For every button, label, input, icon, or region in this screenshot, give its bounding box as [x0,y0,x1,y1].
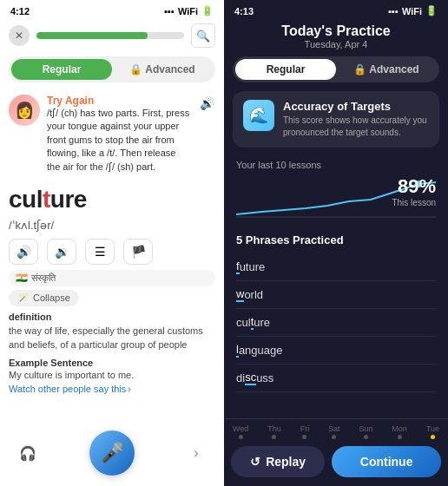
week-day-fri: Fri [300,424,310,439]
watch-link[interactable]: Watch other people say this › [9,384,215,394]
search-icon: 🔍 [196,30,210,43]
next-button[interactable]: › [182,439,210,467]
try-again-link[interactable]: Try Again [47,95,191,107]
score-percent: 89% [392,175,436,198]
try-again-text: /tʃ/ (ch) has two parts. First, press yo… [47,107,191,174]
microphone-button[interactable]: 🎤 [89,430,135,476]
bottom-controls: 🎧 🎤 › [0,424,224,486]
week-day-thu: Thu [267,424,281,439]
action-buttons: ↺ Replay Continue [231,446,441,477]
list-button[interactable]: ☰ [85,239,115,265]
word-highlight: t [43,186,50,213]
chevron-right-icon: › [194,445,198,461]
left-time: 4:12 [10,6,30,16]
week-dot-fri [302,435,306,439]
hint-icon: 🎧 [19,445,36,462]
language-tag: 🇮🇳 संस्कृति [9,270,215,286]
left-status-bar: 4:12 ▪▪▪ WiFi 🔋 [0,0,224,20]
week-day-tue: Tue [426,424,439,439]
right-wifi-icon: WiFi [402,6,422,16]
progress-bar-fill [36,32,148,39]
word-actions: 🔊 🔉 ☰ 🏴 [0,233,224,270]
example-label: Example Sentence [9,358,215,368]
right-header-title: Today's Practice [233,23,439,39]
try-again-content: Try Again /tʃ/ (ch) has two parts. First… [47,95,191,174]
right-time: 4:13 [234,6,254,16]
battery-icon: 🔋 [201,5,214,16]
week-dot-thu [272,435,276,439]
phrase-world: world [236,281,436,309]
hint-button[interactable]: 🎧 [14,439,42,467]
definition-section: definition the way of life, especially t… [0,312,224,394]
chart-area: 89% This lesson [236,175,436,223]
flag-icon: 🇮🇳 [16,273,28,284]
phrase-underline-w: w [236,287,244,302]
progress-bar-container [36,32,184,39]
phrase-culture: culture [236,309,436,337]
chevron-right-icon: › [128,384,131,394]
replay-icon: ↺ [250,455,260,469]
phrase-underline-sc: sc [245,371,256,385]
lock-icon: 🔒 [129,63,142,76]
phonetic: /ˈkʌl.tʃər/ [0,217,224,233]
score-display: 89% This lesson [392,175,436,207]
replay-button[interactable]: ↺ Replay [231,446,325,477]
left-top-bar: ✕ 🔍 [0,20,224,51]
phrase-discuss: discuss [236,364,436,392]
right-header-sub: Tuesday, Apr 4 [233,39,439,49]
week-day-mon: Mon [392,424,407,439]
accuracy-card: 🌊 Accuracy of Targets This score shows h… [233,91,439,148]
accuracy-desc: This score shows how accurately you pron… [283,115,429,139]
lessons-label: Your last 10 lessons [236,160,436,170]
week-day-sun: Sun [359,424,372,439]
example-text: My culture is important to me. [9,370,215,380]
right-status-icons: ▪▪▪ WiFi 🔋 [388,5,438,16]
score-label: This lesson [392,198,436,207]
right-tab-bar: Regular 🔒 Advanced [233,56,439,82]
left-tab-bar: Regular 🔒 Advanced [9,56,215,82]
right-header: Today's Practice Tuesday, Apr 4 [224,20,448,56]
continue-button[interactable]: Continue [332,446,441,477]
week-dot-tue [431,435,435,439]
week-day-sat: Sat [328,424,340,439]
right-tab-regular[interactable]: Regular [235,59,336,80]
mic-icon: 🎤 [101,442,124,464]
tab-regular[interactable]: Regular [11,59,112,80]
search-button[interactable]: 🔍 [191,23,215,48]
right-panel: 4:13 ▪▪▪ WiFi 🔋 Today's Practice Tuesday… [224,0,448,486]
week-bar: Wed Thu Fri Sat Sun Mon Tue [231,424,441,439]
left-status-icons: ▪▪▪ WiFi 🔋 [164,5,214,16]
word-title: culture [9,186,215,213]
week-day-wed: Wed [233,424,248,439]
right-signal-icon: ▪▪▪ [388,6,399,16]
close-button[interactable]: ✕ [9,25,30,46]
lessons-section: Your last 10 lessons 89% This lesson [224,156,448,228]
right-lock-icon: 🔒 [353,63,366,76]
week-dot-sun [364,435,368,439]
phrase-language: language [236,337,436,364]
left-panel: 4:12 ▪▪▪ WiFi 🔋 ✕ 🔍 Regular 🔒 Advanced 👩… [0,0,224,486]
right-status-bar: 4:13 ▪▪▪ WiFi 🔋 [224,0,448,20]
audio-small-button[interactable]: 🔊 [198,95,215,112]
week-dot-sat [332,435,336,439]
right-tab-advanced[interactable]: 🔒 Advanced [336,59,437,80]
word-display: culture [0,181,224,217]
wifi-icon: WiFi [178,6,198,16]
avatar: 👩 [9,95,40,126]
audio-button[interactable]: 🔊 [9,239,38,265]
bottom-nav: Wed Thu Fri Sat Sun Mon Tue ↺ Replay Con… [224,418,448,486]
phrases-section: 5 Phrases Practiced future world culture… [224,228,448,396]
def-text: the way of life, especially the general … [9,324,215,352]
accuracy-icon: 🌊 [243,100,274,131]
accuracy-title: Accuracy of Targets [283,100,429,113]
accuracy-text-block: Accuracy of Targets This score shows how… [283,100,429,139]
collapse-button[interactable]: 🪄 Collapse [9,290,79,306]
bookmark-button[interactable]: 🏴 [123,239,153,265]
week-dot-mon [398,435,402,439]
try-again-section: 👩 Try Again /tʃ/ (ch) has two parts. Fir… [0,88,224,181]
slow-audio-button[interactable]: 🔉 [47,239,76,265]
def-label: definition [9,312,215,322]
tab-advanced[interactable]: 🔒 Advanced [112,59,213,80]
right-battery-icon: 🔋 [425,5,438,16]
signal-icon: ▪▪▪ [164,6,175,16]
